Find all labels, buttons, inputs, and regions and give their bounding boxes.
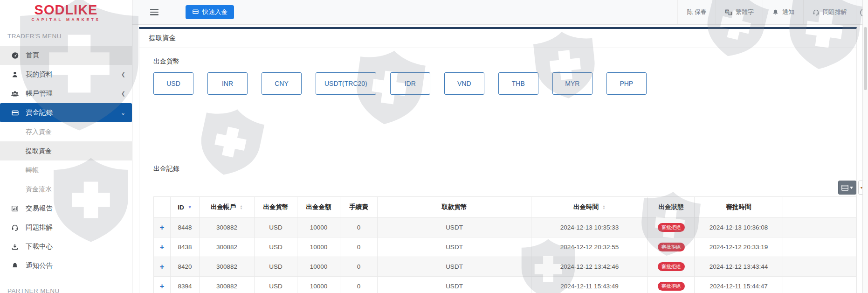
cell-filler (783, 218, 856, 237)
records-section-label: 出金記錄 (153, 165, 856, 173)
credit-card-icon (10, 109, 20, 117)
notifications-menu[interactable]: 通知 (763, 0, 803, 24)
cell-currency: USD (255, 237, 297, 257)
cell-approved-time: 2024-12-12 13:43:44 (695, 257, 783, 277)
language-switcher[interactable]: AB 繁體字 (716, 0, 763, 24)
cell-account: 300882 (200, 277, 255, 293)
currency-button-idr[interactable]: IDR (390, 72, 430, 95)
headset-icon (813, 9, 820, 16)
table-row: + 8438 300882 USD 10000 0 USDT 2024-12-1… (154, 237, 856, 257)
sidebar-item-accounts[interactable]: 帳戶管理 ❮ (0, 84, 132, 103)
notifications-label: 通知 (782, 8, 794, 16)
user-name: 陈 保春 (687, 8, 707, 16)
sidebar-subitem-label: 提取資金 (26, 147, 52, 155)
sidebar-item-label: 下載中心 (26, 242, 53, 251)
cell-fee: 0 (340, 257, 378, 277)
cell-amount: 10000 (297, 218, 340, 237)
cell-status: 審批拒絕 (648, 257, 695, 277)
sort-both-icon: ▲▼ (602, 205, 606, 210)
cell-time: 2024-12-13 10:35:33 (531, 218, 648, 237)
credit-card-icon (192, 8, 199, 16)
sidebar-item-troubleshoot[interactable]: 問題排解 (0, 218, 132, 237)
currency-button-usdt[interactable]: USDT(TRC20) (316, 72, 376, 95)
header-approved-time: 審批時間 (695, 197, 783, 218)
status-badge: 審批拒絕 (658, 223, 685, 232)
table-controls: ▾ (153, 181, 856, 195)
table-row: + 8448 300882 USD 10000 0 USDT 2024-12-1… (154, 218, 856, 237)
currency-button-cny[interactable]: CNY (262, 72, 302, 95)
cell-amount: 10000 (297, 277, 340, 293)
vertical-scrollbar[interactable] (862, 0, 868, 293)
sidebar-subitem-label: 資金流水 (26, 185, 52, 194)
cell-fee: 0 (340, 218, 378, 237)
sidebar-item-profile[interactable]: 我的資料 ❮ (0, 65, 132, 84)
expand-row-icon[interactable]: + (160, 263, 165, 271)
sidebar-subitem-fund-flow[interactable]: 資金流水 (0, 180, 132, 199)
table-view-dropdown-button[interactable] (838, 181, 856, 195)
support-label: 問題排解 (823, 8, 847, 16)
user-icon (10, 71, 20, 78)
sidebar-item-trade-report[interactable]: 交易報告 (0, 199, 132, 218)
currency-button-vnd[interactable]: VND (444, 72, 484, 95)
cell-payout-currency: USDT (378, 218, 531, 237)
sidebar-subitem-transfer[interactable]: 轉帳 (0, 160, 132, 180)
sidebar-item-fund-records[interactable]: 資金記錄 ⌄ (0, 103, 132, 122)
header-time[interactable]: 出金時間▲▼ (531, 197, 648, 218)
sidebar-item-label: 我的資料 (26, 70, 53, 79)
cell-currency: USD (255, 257, 297, 277)
header-expand (154, 197, 171, 218)
brand-name: SODLIKE (0, 3, 132, 17)
sidebar-item-label: 通知公告 (26, 261, 53, 270)
cell-time: 2024-12-12 13:42:46 (531, 257, 648, 277)
records-section: 出金記錄 ▾ (153, 165, 856, 293)
sidebar-item-notices[interactable]: 通知公告 (0, 256, 132, 275)
sidebar-subitem-withdraw[interactable]: 提取資金 (0, 141, 132, 160)
sidebar-item-label: 帳戶管理 (26, 89, 53, 98)
sidebar-item-home[interactable]: 首頁 (0, 46, 132, 65)
cell-approved-time: 2024-12-11 15:44:47 (695, 277, 783, 293)
sidebar-footer-section-label: PARTNER MENU (0, 275, 132, 293)
quick-deposit-button[interactable]: 快速入金 (186, 5, 234, 19)
cell-status: 審批拒絕 (648, 218, 695, 237)
quick-deposit-label: 快速入金 (202, 8, 227, 16)
cell-filler (783, 237, 856, 257)
scrollbar-thumb[interactable] (864, 27, 867, 90)
svg-text:B: B (729, 12, 731, 15)
header-currency: 出金貨幣 (255, 197, 297, 218)
users-icon (10, 90, 20, 98)
sort-both-icon: ▲▼ (240, 205, 243, 210)
sidebar-item-download-center[interactable]: 下載中心 (0, 237, 132, 256)
main-content: 提取資金 出金貨幣 USD INR CNY USDT(TRC20) IDR VN… (132, 25, 862, 293)
hamburger-menu-icon[interactable] (148, 7, 160, 17)
support-menu[interactable]: 問題排解 (803, 0, 856, 24)
header-account[interactable]: 出金帳戶▲▼ (200, 197, 255, 218)
currency-button-inr[interactable]: INR (207, 72, 248, 95)
currency-button-php[interactable]: PHP (606, 72, 647, 95)
sidebar-subitem-deposit[interactable]: 存入資金 (0, 122, 132, 141)
header-status: 出金狀態 (648, 197, 695, 218)
sort-desc-icon: ▼ (188, 205, 192, 209)
cell-account: 300882 (200, 257, 255, 277)
chevron-down-icon: ⌄ (121, 110, 125, 116)
sidebar-subitem-label: 轉帳 (26, 166, 39, 174)
cell-amount: 10000 (297, 237, 340, 257)
currency-button-usd[interactable]: USD (153, 72, 193, 95)
cell-id: 8448 (171, 218, 200, 237)
sidebar-section-label: TRADER'S MENU (0, 24, 132, 46)
cell-id: 8438 (171, 237, 200, 257)
cell-expand: + (154, 218, 171, 237)
brand-tagline: CAPITAL MARKETS (0, 17, 132, 22)
header-id[interactable]: ID▼ (171, 197, 200, 218)
cell-expand: + (154, 237, 171, 257)
cell-currency: USD (255, 277, 297, 293)
user-menu[interactable]: 陈 保春 (677, 0, 716, 24)
withdraw-records-table: ID▼ 出金帳戶▲▼ 出金貨幣 出金金額 手續費 取款貨幣 出金時間▲▼ 出金狀… (153, 196, 856, 293)
currency-button-thb[interactable]: THB (498, 72, 538, 95)
expand-row-icon[interactable]: + (160, 223, 165, 231)
currency-button-myr[interactable]: MYR (552, 72, 592, 95)
expand-row-icon[interactable]: + (160, 282, 165, 290)
topbar: 快速入金 陈 保春 AB 繁體字 通知 問題排解 (132, 0, 868, 25)
cell-payout-currency: USDT (378, 257, 531, 277)
expand-row-icon[interactable]: + (160, 243, 165, 251)
bar-chart-icon (10, 205, 20, 212)
